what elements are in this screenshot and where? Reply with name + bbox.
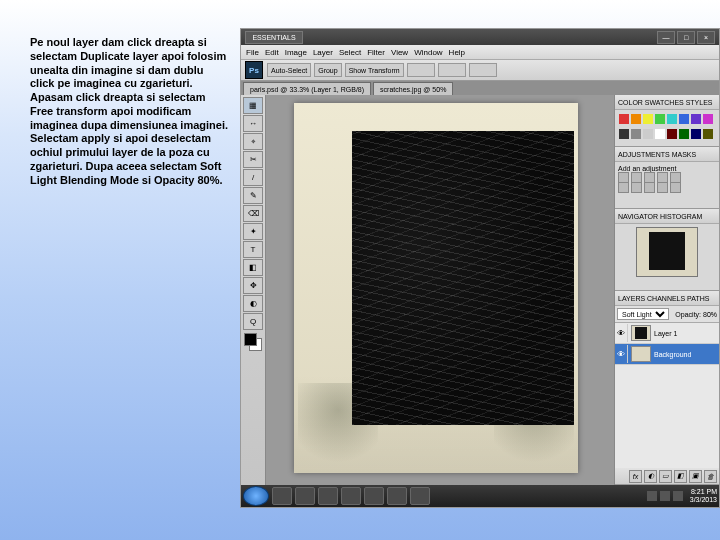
swatch[interactable] xyxy=(655,114,665,124)
tray-icon[interactable] xyxy=(660,491,670,501)
right-panels: COLOR SWATCHES STYLES ADJUSTMENTS MASKS … xyxy=(614,95,719,485)
photoshop-screenshot: ESSENTIALS — □ × File Edit Image Layer S… xyxy=(240,28,720,508)
layer-row[interactable]: 👁Background xyxy=(615,344,719,365)
swatch[interactable] xyxy=(679,114,689,124)
instruction-text: Pe noul layer dam click dreapta si selec… xyxy=(30,36,230,187)
tool-lasso-icon[interactable]: ⌖ xyxy=(243,133,263,150)
tool-move-icon[interactable]: ▦ xyxy=(243,97,263,114)
tool-shape-icon[interactable]: ◧ xyxy=(243,259,263,276)
tool-zoom-icon[interactable]: ◐ xyxy=(243,295,263,312)
swatch[interactable] xyxy=(631,129,641,139)
swatch[interactable] xyxy=(619,114,629,124)
swatch[interactable] xyxy=(619,129,629,139)
document-canvas[interactable] xyxy=(294,103,578,473)
tray-icon[interactable] xyxy=(673,491,683,501)
adj-icon[interactable] xyxy=(644,182,655,193)
tool-hand-icon[interactable]: ✥ xyxy=(243,277,263,294)
menu-image[interactable]: Image xyxy=(285,48,307,57)
clock-date: 3/3/2013 xyxy=(690,496,717,504)
menu-filter[interactable]: Filter xyxy=(367,48,385,57)
swatch[interactable] xyxy=(643,129,653,139)
minimize-button[interactable]: — xyxy=(657,31,675,44)
menu-select[interactable]: Select xyxy=(339,48,361,57)
color-swatch-picker[interactable] xyxy=(244,333,262,351)
opt-group[interactable]: Group xyxy=(314,63,341,77)
swatches-tab[interactable]: COLOR SWATCHES STYLES xyxy=(615,95,719,110)
menu-file[interactable]: File xyxy=(246,48,259,57)
swatches-grid[interactable] xyxy=(615,110,719,146)
layer-visibility-icon[interactable]: 👁 xyxy=(615,345,628,363)
scratches-overlay[interactable] xyxy=(352,131,574,425)
tool-eyedrop-icon[interactable]: / xyxy=(243,169,263,186)
opt-align-c[interactable] xyxy=(469,63,497,77)
workspace-switcher[interactable]: ESSENTIALS xyxy=(245,31,303,44)
swatch[interactable] xyxy=(667,129,677,139)
taskbar-clock[interactable]: 8:21 PM 3/3/2013 xyxy=(690,488,717,503)
navigator-tab[interactable]: NAVIGATOR HISTOGRAM xyxy=(615,209,719,224)
layer-visibility-icon[interactable]: 👁 xyxy=(615,324,628,342)
layer-adjust-icon[interactable]: ▭ xyxy=(659,470,672,483)
tool-marquee-icon[interactable]: ↔ xyxy=(243,115,263,132)
tool-crop-icon[interactable]: ✂ xyxy=(243,151,263,168)
swatch[interactable] xyxy=(691,129,701,139)
close-button[interactable]: × xyxy=(697,31,715,44)
system-tray[interactable]: 8:21 PM 3/3/2013 xyxy=(647,488,717,503)
doc-tab-2[interactable]: scratches.jpg @ 50% xyxy=(373,82,453,95)
menu-edit[interactable]: Edit xyxy=(265,48,279,57)
swatch[interactable] xyxy=(631,114,641,124)
start-button[interactable] xyxy=(243,486,269,506)
swatch[interactable] xyxy=(703,114,713,124)
swatch[interactable] xyxy=(679,129,689,139)
layer-mask-icon[interactable]: ◐ xyxy=(644,470,657,483)
tool-eraser-icon[interactable]: ⌫ xyxy=(243,205,263,222)
taskbar-pin[interactable] xyxy=(387,487,407,505)
taskbar-pin[interactable] xyxy=(295,487,315,505)
tool-clone-icon[interactable]: ✦ xyxy=(243,223,263,240)
opt-align-a[interactable] xyxy=(407,63,435,77)
menu-window[interactable]: Window xyxy=(414,48,442,57)
layers-list: 👁Layer 1👁Background xyxy=(615,323,719,468)
menu-help[interactable]: Help xyxy=(449,48,465,57)
tool-quickmask-icon[interactable]: Q xyxy=(243,313,263,330)
taskbar-pin[interactable] xyxy=(318,487,338,505)
swatches-panel: COLOR SWATCHES STYLES xyxy=(615,95,719,147)
swatch[interactable] xyxy=(691,114,701,124)
layers-tab[interactable]: LAYERS CHANNELS PATHS xyxy=(615,291,719,306)
foreground-color-icon[interactable] xyxy=(244,333,257,346)
layer-fx-icon[interactable]: fx xyxy=(629,470,642,483)
layer-new-icon[interactable]: ▣ xyxy=(689,470,702,483)
taskbar-pin[interactable] xyxy=(410,487,430,505)
adj-icon[interactable] xyxy=(618,182,629,193)
layer-row[interactable]: 👁Layer 1 xyxy=(615,323,719,344)
opt-show-transform[interactable]: Show Transform xyxy=(345,63,404,77)
maximize-button[interactable]: □ xyxy=(677,31,695,44)
canvas-area[interactable] xyxy=(266,95,614,485)
layer-group-icon[interactable]: ◧ xyxy=(674,470,687,483)
tool-type-icon[interactable]: T xyxy=(243,241,263,258)
tray-icon[interactable] xyxy=(647,491,657,501)
swatch[interactable] xyxy=(655,129,665,139)
adjustments-tab[interactable]: ADJUSTMENTS MASKS xyxy=(615,147,719,162)
taskbar-pin[interactable] xyxy=(341,487,361,505)
swatch[interactable] xyxy=(703,129,713,139)
blend-mode-select[interactable]: Soft Light xyxy=(617,308,669,320)
layer-trash-icon[interactable]: 🗑 xyxy=(704,470,717,483)
opt-align-b[interactable] xyxy=(438,63,466,77)
menu-view[interactable]: View xyxy=(391,48,408,57)
swatch[interactable] xyxy=(667,114,677,124)
taskbar-pin[interactable] xyxy=(364,487,384,505)
taskbar-pin[interactable] xyxy=(272,487,292,505)
opacity-value[interactable]: 80% xyxy=(703,311,717,318)
opt-auto-select[interactable]: Auto-Select xyxy=(267,63,311,77)
navigator-thumb[interactable] xyxy=(636,227,698,277)
doc-tab-1[interactable]: paris.psd @ 33.3% (Layer 1, RGB/8) xyxy=(243,82,371,95)
document-tabs: paris.psd @ 33.3% (Layer 1, RGB/8) scrat… xyxy=(241,81,719,95)
adj-icon[interactable] xyxy=(657,182,668,193)
windows-taskbar: 8:21 PM 3/3/2013 xyxy=(241,485,719,507)
tool-brush-icon[interactable]: ✎ xyxy=(243,187,263,204)
swatch[interactable] xyxy=(643,114,653,124)
adj-icon[interactable] xyxy=(631,182,642,193)
adj-icon[interactable] xyxy=(670,182,681,193)
adjustments-body: Add an adjustment xyxy=(615,162,719,208)
menu-layer[interactable]: Layer xyxy=(313,48,333,57)
